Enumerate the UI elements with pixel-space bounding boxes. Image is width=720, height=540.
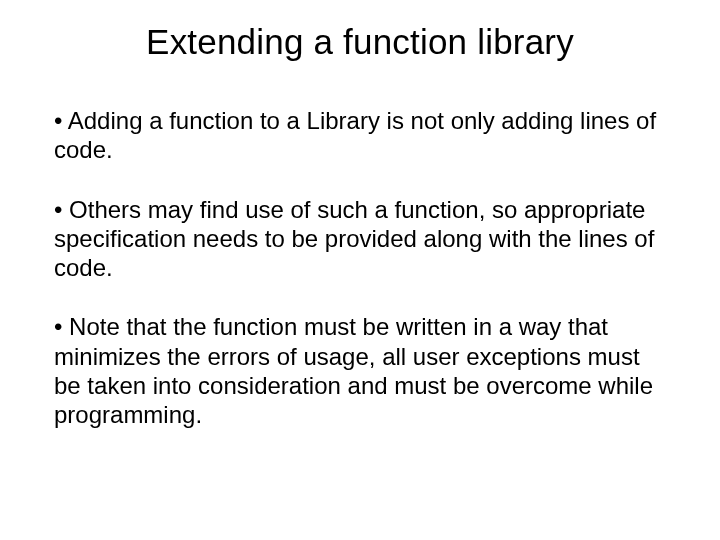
slide-title: Extending a function library <box>54 22 666 62</box>
bullet-text: Others may find use of such a function, … <box>54 196 654 282</box>
bullet-item: • Note that the function must be written… <box>54 312 666 429</box>
bullet-icon: • <box>54 107 68 134</box>
bullet-text: Adding a function to a Library is not on… <box>54 107 656 163</box>
bullet-icon: • <box>54 196 69 223</box>
slide: Extending a function library • Adding a … <box>0 0 720 540</box>
bullet-icon: • <box>54 313 69 340</box>
bullet-item: • Others may find use of such a function… <box>54 195 666 283</box>
bullet-item: • Adding a function to a Library is not … <box>54 106 666 165</box>
slide-body: • Adding a function to a Library is not … <box>54 106 666 429</box>
bullet-text: Note that the function must be written i… <box>54 313 653 428</box>
